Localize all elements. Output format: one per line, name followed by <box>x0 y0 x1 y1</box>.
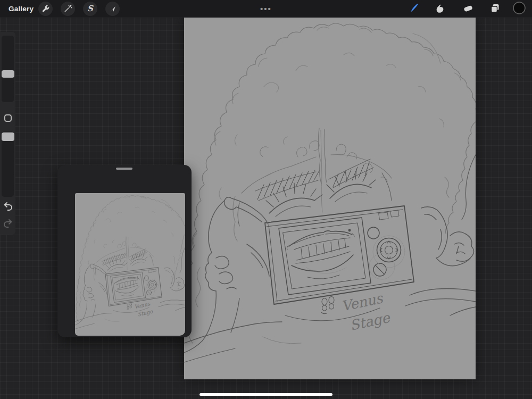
top-toolbar: Gallery S ••• <box>0 0 532 18</box>
eraser-icon <box>462 2 474 16</box>
canvas-menu-button[interactable]: ••• <box>245 0 287 18</box>
workspace-background <box>0 18 532 399</box>
procreate-app: Venus Stage Gallery S <box>0 0 532 399</box>
opacity-slider[interactable] <box>2 131 14 197</box>
modify-button[interactable] <box>0 113 15 126</box>
layers-icon <box>489 3 501 16</box>
transform-arrow-icon <box>109 5 117 13</box>
actions-button[interactable] <box>38 2 53 16</box>
redo-icon <box>3 218 13 230</box>
undo-button[interactable] <box>0 201 15 213</box>
gallery-button[interactable]: Gallery <box>9 0 34 18</box>
paint-tool-button[interactable] <box>408 2 422 16</box>
smudge-finger-icon <box>435 3 446 16</box>
selection-button[interactable]: S <box>83 2 97 16</box>
undo-icon <box>3 201 13 213</box>
opacity-handle[interactable] <box>2 132 14 141</box>
erase-tool-button[interactable] <box>461 2 475 16</box>
smudge-tool-button[interactable] <box>433 2 447 16</box>
brush-size-slider[interactable] <box>2 36 14 102</box>
reference-canvas <box>75 193 185 336</box>
magic-wand-icon <box>63 4 72 13</box>
modify-square-icon <box>3 113 13 125</box>
drawing-canvas[interactable] <box>184 18 476 379</box>
brush-sidebar <box>0 32 15 235</box>
reference-window[interactable] <box>57 165 192 337</box>
selection-s-icon: S <box>87 5 93 13</box>
wrench-icon <box>41 4 50 13</box>
reference-drag-handle[interactable] <box>116 168 132 170</box>
brush-size-handle[interactable] <box>2 70 14 78</box>
artwork-sketch <box>184 18 476 379</box>
redo-button[interactable] <box>0 218 15 230</box>
brush-icon <box>409 2 421 16</box>
transform-button[interactable] <box>105 2 120 16</box>
color-button[interactable] <box>512 2 526 16</box>
color-swatch <box>512 1 526 17</box>
home-indicator[interactable] <box>200 393 332 396</box>
layers-button[interactable] <box>488 2 502 16</box>
reference-artwork <box>75 193 185 336</box>
adjustments-button[interactable] <box>61 2 75 16</box>
